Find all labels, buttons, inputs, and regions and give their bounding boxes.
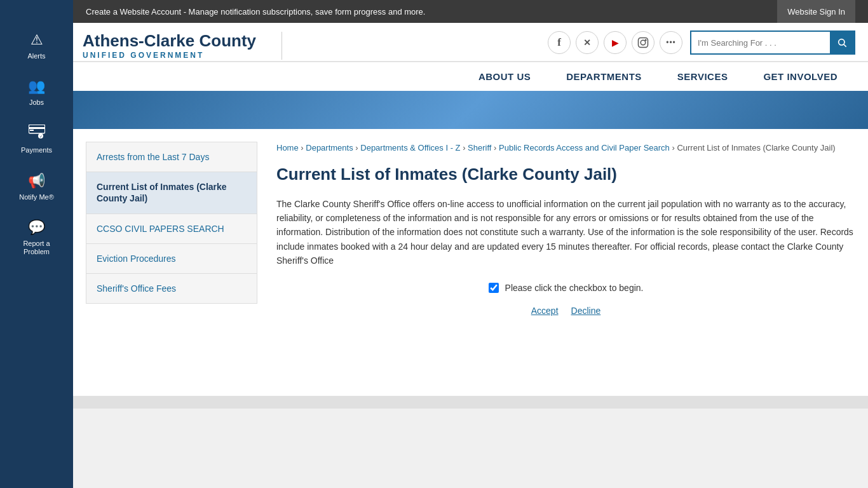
sidebar-item-notify[interactable]: 📢 Notify Me® — [0, 164, 73, 210]
instagram-icon[interactable] — [632, 31, 654, 54]
social-search-area: f ✕ ▶ ••• — [308, 30, 855, 61]
svg-rect-6 — [639, 38, 648, 48]
social-icons: f ✕ ▶ ••• — [548, 31, 682, 54]
sidebar-item-report[interactable]: 💬 Report aProblem — [0, 210, 73, 265]
search-box — [690, 30, 855, 55]
logo-subtitle: UNIFIED GOVERNMENT — [83, 51, 256, 60]
logo-area: Athens-Clarke County UNIFIED GOVERNMENT — [83, 32, 282, 60]
checkbox-section: Please click the checkbox to begin. — [276, 283, 855, 293]
sidebar-alerts-label: Alerts — [27, 52, 45, 60]
nav-departments[interactable]: DEPARTMENTS — [548, 62, 660, 91]
search-input[interactable] — [691, 32, 830, 53]
svg-point-7 — [641, 40, 646, 45]
svg-point-8 — [645, 39, 646, 41]
breadcrumb-home[interactable]: Home — [276, 143, 299, 152]
svg-point-9 — [839, 39, 844, 45]
nav-bar: ABOUT US DEPARTMENTS SERVICES GET INVOLV… — [0, 62, 868, 91]
logo-title: Athens-Clarke County — [83, 32, 256, 50]
banner-message: Create a Website Account - Manage notifi… — [86, 7, 425, 17]
content-area: Home › Departments › Departments & Offic… — [276, 142, 855, 383]
twitter-x-icon[interactable]: ✕ — [576, 31, 599, 54]
sidebar-notify-label: Notify Me® — [19, 193, 54, 201]
nav-services[interactable]: SERVICES — [660, 62, 746, 91]
left-nav-eviction[interactable]: Eviction Procedures — [86, 244, 257, 274]
page-body: The Clarke County Sheriff's Office offer… — [276, 197, 855, 268]
sidebar-payments-label: Payments — [21, 146, 52, 154]
breadcrumb: Home › Departments › Departments & Offic… — [276, 142, 855, 154]
begin-checkbox[interactable] — [489, 283, 499, 293]
top-banner: Create a Website Account - Manage notifi… — [73, 0, 868, 23]
alerts-icon: ⚠ — [31, 32, 43, 48]
breadcrumb-current: Current List of Inmates (Clarke County J… — [677, 143, 835, 152]
left-nav-list: Arrests from the Last 7 Days Current Lis… — [86, 142, 257, 304]
sidebar-item-payments[interactable]: ✓ Payments — [0, 116, 73, 163]
sidebar-jobs-label: Jobs — [29, 98, 44, 107]
breadcrumb-sheriff[interactable]: Sheriff — [468, 143, 491, 152]
accept-link[interactable]: Accept — [531, 306, 559, 316]
footer-bar — [73, 396, 868, 409]
notify-icon: 📢 — [28, 173, 45, 189]
hero-banner — [73, 91, 868, 129]
sidebar-item-alerts[interactable]: ⚠ Alerts — [0, 23, 73, 69]
left-nav: Arrests from the Last 7 Days Current Lis… — [86, 142, 257, 383]
payments-icon: ✓ — [29, 125, 45, 142]
jobs-icon: 👥 — [28, 78, 45, 95]
page-title: Current List of Inmates (Clarke County J… — [276, 165, 855, 184]
sidebar-item-jobs[interactable]: 👥 Jobs — [0, 69, 73, 116]
breadcrumb-public-records[interactable]: Public Records Access and Civil Paper Se… — [499, 143, 670, 152]
svg-rect-2 — [29, 127, 44, 129]
nav-get-involved[interactable]: GET INVOLVED — [745, 62, 855, 91]
facebook-icon[interactable]: f — [548, 31, 571, 54]
sidebar: ⚠ Alerts 👥 Jobs ✓ Payments 📢 Notify Me® … — [0, 0, 73, 488]
left-nav-arrests[interactable]: Arrests from the Last 7 Days — [86, 142, 257, 172]
decline-link[interactable]: Decline — [571, 306, 601, 316]
svg-text:✓: ✓ — [39, 135, 42, 139]
svg-line-10 — [844, 44, 846, 47]
breadcrumb-departments[interactable]: Departments — [306, 143, 353, 152]
more-icon[interactable]: ••• — [660, 31, 682, 54]
checkbox-label[interactable]: Please click the checkbox to begin. — [505, 283, 644, 293]
breadcrumb-departments-iz[interactable]: Departments & Offices I - Z — [360, 143, 460, 152]
website-sign-in-button[interactable]: Website Sign In — [777, 0, 855, 23]
header: Athens-Clarke County UNIFIED GOVERNMENT … — [0, 23, 868, 62]
report-icon: 💬 — [28, 219, 45, 236]
left-nav-current-inmates[interactable]: Current List of Inmates (Clarke County J… — [86, 172, 257, 214]
sidebar-report-label: Report aProblem — [23, 240, 50, 256]
search-button[interactable] — [830, 32, 854, 53]
action-links: Accept Decline — [276, 306, 855, 316]
svg-rect-3 — [30, 130, 34, 131]
main-content: Arrests from the Last 7 Days Current Lis… — [73, 129, 868, 396]
left-nav-fees[interactable]: Sheriff's Office Fees — [86, 274, 257, 303]
left-nav-civil-papers[interactable]: CCSO CIVIL PAPERS SEARCH — [86, 214, 257, 244]
nav-about-us[interactable]: ABOUT US — [461, 62, 548, 91]
youtube-icon[interactable]: ▶ — [604, 31, 627, 54]
